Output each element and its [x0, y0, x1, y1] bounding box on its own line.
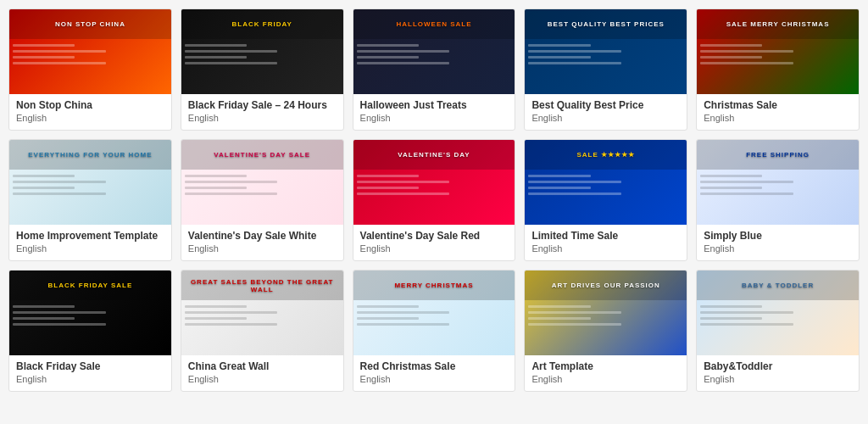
card-subtitle-nonstop-china: English	[16, 113, 164, 123]
card-subtitle-best-quality: English	[531, 113, 680, 123]
card-title-christmas-sale: Christmas Sale	[704, 99, 852, 111]
card-subtitle-red-christmas: English	[360, 374, 509, 384]
template-card-blackfriday-24hours[interactable]: BLACK FRIDAYBlack Friday Sale – 24 Hours…	[181, 8, 344, 131]
card-subtitle-halloween-treats: English	[360, 113, 509, 123]
card-title-halloween-treats: Halloween Just Treats	[360, 99, 509, 111]
card-image-best-quality: BEST QUALITY BEST PRICES	[525, 9, 687, 94]
card-subtitle-valentine-white: English	[188, 243, 337, 254]
card-title-simply-blue: Simply Blue	[704, 230, 852, 242]
card-subtitle-china-greatwall: English	[188, 374, 337, 384]
card-title-home-improvement: Home Improvement Template	[16, 230, 164, 242]
card-title-art-template: Art Template	[531, 360, 680, 372]
card-body-art-template: Art TemplateEnglish	[525, 355, 687, 391]
card-image-baby-toddler: Baby & Toddler	[697, 271, 859, 355]
template-card-blackfriday-sale[interactable]: BLACK FRIDAY SALEBlack Friday SaleEnglis…	[8, 270, 172, 392]
card-body-best-quality: Best Quality Best PriceEnglish	[525, 94, 687, 130]
template-card-halloween-treats[interactable]: HALLOWEEN SALEHalloween Just TreatsEngli…	[353, 8, 516, 131]
template-card-art-template[interactable]: ART DRIVES OUR PASSIONArt TemplateEnglis…	[524, 270, 687, 392]
card-image-blackfriday-sale: BLACK FRIDAY SALE	[9, 271, 171, 355]
card-title-blackfriday-sale: Black Friday Sale	[16, 360, 164, 372]
template-card-valentine-white[interactable]: Valentine's Day SALEValentine's Day Sale…	[181, 139, 344, 261]
template-card-baby-toddler[interactable]: Baby & ToddlerBaby&ToddlerEnglish	[696, 270, 860, 392]
card-body-red-christmas: Red Christmas SaleEnglish	[353, 355, 515, 391]
card-body-christmas-sale: Christmas SaleEnglish	[697, 94, 859, 130]
card-subtitle-limited-time: English	[531, 243, 680, 254]
card-body-blackfriday-sale: Black Friday SaleEnglish	[9, 355, 171, 391]
template-card-valentine-red[interactable]: Valentine's DayValentine's Day Sale RedE…	[353, 139, 516, 261]
card-body-baby-toddler: Baby&ToddlerEnglish	[697, 355, 859, 391]
card-image-blackfriday-24hours: BLACK FRIDAY	[181, 9, 343, 94]
card-title-baby-toddler: Baby&Toddler	[704, 360, 852, 372]
card-subtitle-blackfriday-sale: English	[16, 374, 164, 384]
card-image-limited-time: SALE ★★★★★	[525, 140, 687, 225]
template-grid: NON STOP CHINANon Stop ChinaEnglishBLACK…	[8, 8, 860, 392]
template-card-christmas-sale[interactable]: SALE Merry ChristmasChristmas SaleEnglis…	[696, 8, 860, 131]
card-subtitle-christmas-sale: English	[704, 113, 852, 123]
template-card-china-greatwall[interactable]: GREAT SALES BEYOND THE GREAT WALLChina G…	[181, 270, 344, 392]
template-card-home-improvement[interactable]: EVERYTHING FOR YOUR HOMEHome Improvement…	[8, 139, 172, 261]
card-subtitle-valentine-red: English	[360, 243, 509, 254]
card-subtitle-home-improvement: English	[16, 243, 164, 254]
template-card-nonstop-china[interactable]: NON STOP CHINANon Stop ChinaEnglish	[8, 8, 172, 131]
card-image-art-template: ART DRIVES OUR PASSION	[525, 271, 687, 355]
card-image-red-christmas: Merry Christmas	[353, 271, 515, 355]
card-body-limited-time: Limited Time SaleEnglish	[525, 225, 687, 260]
card-body-china-greatwall: China Great WallEnglish	[181, 355, 343, 391]
card-body-simply-blue: Simply BlueEnglish	[697, 225, 859, 260]
card-body-valentine-white: Valentine's Day Sale WhiteEnglish	[181, 225, 343, 260]
card-title-best-quality: Best Quality Best Price	[531, 99, 680, 111]
card-title-valentine-white: Valentine's Day Sale White	[188, 230, 337, 242]
card-image-nonstop-china: NON STOP CHINA	[9, 9, 171, 94]
card-title-blackfriday-24hours: Black Friday Sale – 24 Hours	[188, 99, 337, 111]
card-body-blackfriday-24hours: Black Friday Sale – 24 HoursEnglish	[181, 94, 343, 130]
card-title-valentine-red: Valentine's Day Sale Red	[360, 230, 509, 242]
card-body-home-improvement: Home Improvement TemplateEnglish	[9, 225, 171, 260]
card-body-halloween-treats: Halloween Just TreatsEnglish	[353, 94, 515, 130]
card-title-china-greatwall: China Great Wall	[188, 360, 337, 372]
card-image-home-improvement: EVERYTHING FOR YOUR HOME	[9, 140, 171, 225]
card-subtitle-baby-toddler: English	[704, 374, 852, 384]
card-title-nonstop-china: Non Stop China	[16, 99, 164, 111]
template-card-red-christmas[interactable]: Merry ChristmasRed Christmas SaleEnglish	[353, 270, 516, 392]
card-image-valentine-red: Valentine's Day	[353, 140, 515, 225]
card-subtitle-simply-blue: English	[704, 243, 852, 254]
card-image-china-greatwall: GREAT SALES BEYOND THE GREAT WALL	[181, 271, 343, 355]
card-subtitle-blackfriday-24hours: English	[188, 113, 337, 123]
card-title-limited-time: Limited Time Sale	[531, 230, 680, 242]
card-image-simply-blue: FREE SHIPPING	[697, 140, 859, 225]
card-body-valentine-red: Valentine's Day Sale RedEnglish	[353, 225, 515, 260]
template-card-limited-time[interactable]: SALE ★★★★★Limited Time SaleEnglish	[524, 139, 687, 261]
card-image-halloween-treats: HALLOWEEN SALE	[353, 9, 515, 94]
card-image-valentine-white: Valentine's Day SALE	[181, 140, 343, 225]
template-card-best-quality[interactable]: BEST QUALITY BEST PRICESBest Quality Bes…	[524, 8, 687, 131]
card-subtitle-art-template: English	[531, 374, 680, 384]
card-body-nonstop-china: Non Stop ChinaEnglish	[9, 94, 171, 130]
card-image-christmas-sale: SALE Merry Christmas	[697, 9, 859, 94]
template-card-simply-blue[interactable]: FREE SHIPPINGSimply BlueEnglish	[696, 139, 860, 261]
card-title-red-christmas: Red Christmas Sale	[360, 360, 509, 372]
